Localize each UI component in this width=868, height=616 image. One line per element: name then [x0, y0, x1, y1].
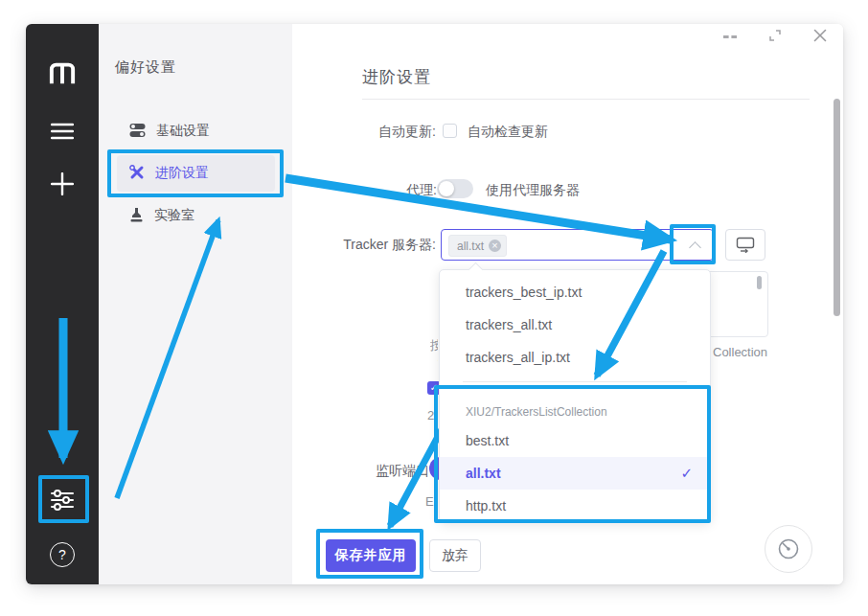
help-text-fragment: 〈: [430, 353, 438, 370]
highlight-box-save-button: [316, 529, 423, 579]
dropdown-option[interactable]: trackers_all.txt: [440, 308, 710, 341]
highlight-box-chevron: [670, 224, 716, 264]
tag-label: all.txt: [457, 240, 484, 253]
discard-button[interactable]: 放弃: [429, 539, 481, 572]
help-icon[interactable]: ?: [26, 541, 99, 568]
close-button[interactable]: [812, 28, 828, 47]
tracker-label: Tracker 服务器:: [335, 237, 436, 254]
nav-item-label: 实验室: [154, 207, 194, 224]
proxy-label: 代理:: [370, 182, 437, 199]
speed-limit-button[interactable]: [765, 525, 812, 573]
main-scrollbar[interactable]: [834, 99, 840, 316]
tracker-tag: all.txt ×: [448, 235, 507, 257]
listen-port-label: 监听端口: [372, 463, 429, 480]
collection-link-fragment[interactable]: Collection: [713, 345, 780, 359]
highlight-box-advanced-nav: [107, 149, 284, 197]
task-list-icon[interactable]: [26, 120, 99, 143]
auto-update-label: 自动更新:: [362, 124, 436, 141]
nav-item-label: 基础设置: [156, 123, 210, 140]
nav-item-lab[interactable]: 实验室: [117, 197, 275, 234]
textarea-scrollbar[interactable]: [757, 276, 762, 289]
minimize-button[interactable]: [723, 35, 737, 38]
auto-update-checkbox[interactable]: [443, 124, 457, 138]
motrix-logo-icon: [26, 58, 99, 87]
proxy-option-label: 使用代理服务器: [486, 182, 580, 199]
basic-settings-icon: [129, 123, 146, 141]
lab-stamp-icon: [129, 207, 144, 225]
preferences-panel: 偏好设置 基础设置 进阶设置: [99, 24, 292, 584]
tag-close-icon[interactable]: ×: [489, 240, 501, 252]
proxy-toggle[interactable]: [437, 179, 473, 198]
highlight-box-dropdown-group: [434, 385, 711, 523]
preferences-title: 偏好设置: [115, 58, 176, 77]
page: ? 偏好设置 基础设置 进阶设置: [0, 0, 868, 616]
page-title: 进阶设置: [362, 66, 431, 88]
highlight-box-preferences-icon: [38, 475, 89, 523]
add-task-icon[interactable]: [26, 171, 99, 196]
dropdown-option[interactable]: trackers_best_ip.txt: [440, 276, 710, 308]
auto-update-option-label: 自动检查更新: [468, 124, 548, 141]
sync-trackers-button[interactable]: [725, 229, 765, 261]
toggle-knob: [439, 181, 454, 196]
dropdown-option[interactable]: trackers_all_ip.txt: [440, 341, 710, 374]
title-divider: [362, 99, 810, 100]
maximize-button[interactable]: [767, 28, 783, 47]
nav-item-basic-settings[interactable]: 基础设置: [117, 113, 275, 149]
